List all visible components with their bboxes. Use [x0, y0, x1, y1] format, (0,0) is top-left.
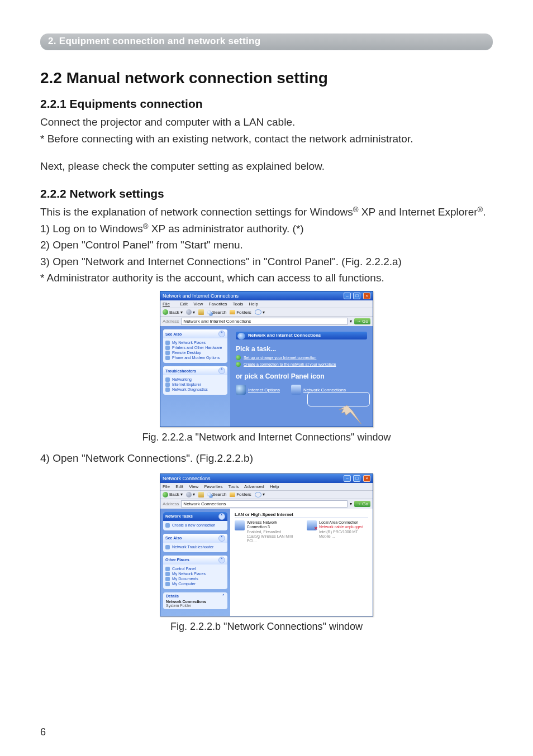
figure-b-caption: Fig. 2.2.2.b "Network Connections" windo…: [40, 621, 493, 633]
search-button[interactable]: Search: [207, 492, 226, 497]
figure-2-2-2-b: Network Connections – □ × File Edit View…: [40, 473, 493, 616]
side-box-troubleshooters: Troubleshooters˄ Networking Internet Exp…: [163, 366, 227, 395]
back-arrow-icon: [163, 492, 168, 497]
address-field[interactable]: Network and Internet Connections: [181, 318, 348, 325]
side-box-header[interactable]: See Also˄: [163, 329, 227, 338]
menu-favorites[interactable]: Favorites: [204, 484, 223, 489]
collapse-icon[interactable]: ˄: [222, 594, 225, 599]
step-1: 1) Log on to Windows® XP as administrato…: [40, 222, 493, 236]
minimize-button[interactable]: –: [344, 293, 351, 299]
collapse-icon[interactable]: ˄: [218, 513, 225, 520]
side-link-internet-explorer[interactable]: Internet Explorer: [165, 382, 225, 387]
folders-button[interactable]: Folders: [230, 492, 251, 497]
menu-edit[interactable]: Edit: [180, 302, 188, 307]
content-area: Network and Internet Connections Pick a …: [230, 326, 373, 427]
views-button[interactable]: ▾: [255, 309, 265, 315]
search-icon: [207, 492, 211, 496]
task-workplace-connection[interactable]: Create a connection to the network at yo…: [236, 362, 367, 367]
back-button[interactable]: Back ▾: [163, 309, 183, 315]
side-box-other-places: Other Places˄ Control Panel My Network P…: [163, 556, 227, 589]
back-button[interactable]: Back ▾: [163, 492, 183, 497]
side-box-header[interactable]: Other Places˄: [163, 556, 227, 564]
up-button[interactable]: [198, 492, 204, 497]
side-box-header[interactable]: Troubleshooters˄: [163, 366, 227, 375]
side-link-phone-modem[interactable]: Phone and Modem Options: [165, 355, 225, 360]
text: XP as administrator authority. (*): [149, 223, 304, 235]
minimize-button[interactable]: –: [344, 475, 351, 482]
close-button[interactable]: ×: [363, 475, 370, 482]
side-link-my-computer[interactable]: My Computer: [165, 581, 225, 586]
menu-advanced[interactable]: Advanced: [244, 484, 264, 489]
side-box-see-also: See Also˄ My Network Places Printers and…: [163, 329, 227, 363]
menu-tools[interactable]: Tools: [229, 484, 239, 489]
views-button[interactable]: ▾: [255, 492, 265, 497]
close-button[interactable]: ×: [363, 293, 370, 299]
registered-mark-icon: ®: [478, 205, 483, 214]
menu-view[interactable]: View: [193, 302, 203, 307]
menu-favorites[interactable]: Favorites: [209, 302, 227, 307]
side-link-control-panel[interactable]: Control Panel: [165, 566, 225, 571]
menu-help[interactable]: Help: [249, 302, 258, 307]
search-button[interactable]: Search: [207, 310, 226, 315]
connection-local-area[interactable]: Local Area Connection Network cable unpl…: [307, 520, 368, 544]
forward-button[interactable]: ▾: [186, 309, 195, 315]
maximize-button[interactable]: □: [353, 293, 360, 299]
menu-tools[interactable]: Tools: [233, 302, 244, 307]
collapse-icon[interactable]: ˄: [218, 367, 225, 374]
collapse-icon[interactable]: ˄: [218, 535, 225, 542]
go-button[interactable]: → Go: [354, 501, 370, 507]
menu-view[interactable]: View: [189, 484, 198, 489]
address-bar: Address Network Connections ▾ → Go: [160, 499, 373, 509]
menu-help[interactable]: Help: [270, 484, 279, 489]
side-link-printers-hardware[interactable]: Printers and Other Hardware: [165, 345, 225, 350]
menu-bar[interactable]: File Edit View Favorites Tools Advanced …: [160, 483, 373, 490]
collapse-icon[interactable]: ˄: [218, 331, 225, 337]
side-link-my-network-places[interactable]: My Network Places: [165, 340, 225, 345]
cp-icon-network-connections[interactable]: Network Connections: [291, 385, 346, 395]
side-link-create-connection[interactable]: Create a new connection: [165, 523, 225, 528]
page-number: 6: [40, 726, 46, 738]
maximize-button[interactable]: □: [353, 475, 360, 482]
side-link-network-troubleshooter[interactable]: Network Troubleshooter: [165, 544, 225, 549]
side-box-header[interactable]: See Also˄: [163, 534, 227, 543]
toolbar: Back ▾ ▾ Search Folders ▾: [160, 490, 373, 499]
address-bar: Address Network and Internet Connections…: [160, 316, 373, 326]
menu-file[interactable]: File: [163, 484, 170, 489]
address-dropdown[interactable]: ▾: [350, 319, 352, 324]
connection-icon: [235, 520, 245, 530]
side-link-networking[interactable]: Networking: [165, 377, 225, 382]
text: XP and Internet Explorer: [359, 206, 478, 218]
side-box-header[interactable]: Network Tasks˄: [163, 512, 227, 521]
paragraph: Connect the projector and computer with …: [40, 115, 493, 130]
cp-icon-label: Network Connections: [303, 387, 346, 393]
side-box-header[interactable]: Details˄: [166, 594, 225, 599]
window-titlebar[interactable]: Network Connections – □ ×: [160, 474, 373, 483]
go-button[interactable]: → Go: [354, 318, 370, 324]
menu-bar[interactable]: File Edit View Favorites Tools Help: [160, 300, 373, 308]
menu-edit[interactable]: Edit: [175, 484, 183, 489]
cp-icon-internet-options[interactable]: Internet Options: [236, 385, 280, 395]
paragraph: This is the explanation of network conne…: [40, 205, 493, 219]
menu-file[interactable]: File: [163, 302, 174, 307]
address-dropdown[interactable]: ▾: [350, 501, 352, 506]
task-setup-internet[interactable]: Set up or change your Internet connectio…: [236, 355, 367, 360]
collapse-icon[interactable]: ˄: [218, 557, 225, 563]
up-button[interactable]: [198, 309, 204, 315]
window-titlebar[interactable]: Network and Internet Connections – □ ×: [160, 291, 373, 300]
text: .: [483, 206, 486, 218]
side-link-remote-desktop[interactable]: Remote Desktop: [165, 350, 225, 355]
details-type: System Folder: [166, 604, 225, 607]
folders-button[interactable]: Folders: [230, 310, 251, 315]
folder-icon: [230, 492, 235, 497]
forward-button[interactable]: ▾: [186, 492, 195, 497]
connection-status: Enabled, Firewalled: [247, 530, 297, 534]
content-area: LAN or High-Speed Internet Wireless Netw…: [230, 509, 373, 616]
or-pick-heading: or pick a Control Panel icon: [236, 372, 367, 380]
side-link-my-documents[interactable]: My Documents: [165, 576, 225, 581]
connection-wireless[interactable]: Wireless Network Connection 3 Enabled, F…: [235, 520, 297, 544]
paragraph: Next, please check the computer setting …: [40, 159, 493, 174]
side-link-network-diagnostics[interactable]: Network Diagnostics: [165, 387, 225, 392]
side-link-my-network-places[interactable]: My Network Places: [165, 571, 225, 576]
window-title: Network Connections: [163, 476, 211, 481]
address-field[interactable]: Network Connections: [181, 500, 348, 508]
